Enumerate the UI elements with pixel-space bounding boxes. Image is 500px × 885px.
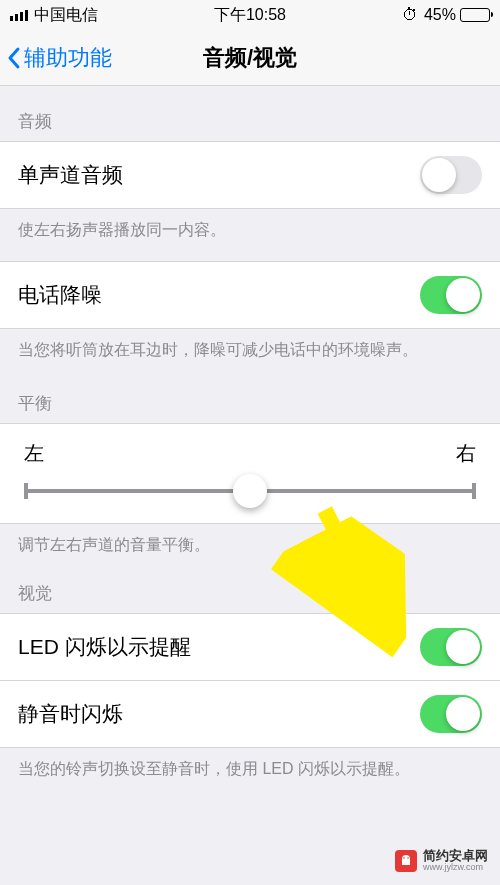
clock: 下午10:58 <box>98 5 402 26</box>
nav-bar: 辅助功能 音频/视觉 <box>0 30 500 86</box>
carrier-label: 中国电信 <box>34 5 98 26</box>
balance-row: 左 右 <box>0 423 500 524</box>
silent-flash-row: 静音时闪烁 <box>0 681 500 748</box>
led-flash-toggle[interactable] <box>420 628 482 666</box>
svg-point-1 <box>403 857 405 859</box>
watermark-name: 简约安卓网 <box>423 849 488 863</box>
battery-icon <box>460 8 490 22</box>
balance-footer: 调节左右声道的音量平衡。 <box>0 524 500 576</box>
section-header-audio: 音频 <box>0 86 500 141</box>
noise-cancel-label: 电话降噪 <box>18 281 102 309</box>
status-bar: 中国电信 下午10:58 ⏱ 45% <box>0 0 500 30</box>
signal-icon <box>10 10 28 21</box>
balance-right-label: 右 <box>456 440 476 467</box>
mono-audio-toggle[interactable] <box>420 156 482 194</box>
watermark: 简约安卓网 www.jylzw.com <box>395 849 488 873</box>
mono-audio-row: 单声道音频 <box>0 141 500 209</box>
section-header-visual: 视觉 <box>0 576 500 613</box>
alarm-icon: ⏱ <box>402 6 418 24</box>
led-flash-row: LED 闪烁以示提醒 <box>0 613 500 681</box>
chevron-left-icon <box>6 46 22 70</box>
balance-slider[interactable] <box>24 489 476 493</box>
watermark-icon <box>395 850 417 872</box>
mono-audio-footer: 使左右扬声器播放同一内容。 <box>0 209 500 261</box>
balance-left-label: 左 <box>24 440 44 467</box>
mono-audio-label: 单声道音频 <box>18 161 123 189</box>
visual-footer: 当您的铃声切换设至静音时，使用 LED 闪烁以示提醒。 <box>0 748 500 800</box>
silent-flash-toggle[interactable] <box>420 695 482 733</box>
watermark-url: www.jylzw.com <box>423 863 488 873</box>
section-header-balance: 平衡 <box>0 382 500 423</box>
back-label: 辅助功能 <box>24 43 112 73</box>
slider-thumb[interactable] <box>233 474 267 508</box>
battery-percent: 45% <box>424 6 456 24</box>
noise-cancel-footer: 当您将听筒放在耳边时，降噪可减少电话中的环境噪声。 <box>0 329 500 381</box>
silent-flash-label: 静音时闪烁 <box>18 700 123 728</box>
noise-cancel-toggle[interactable] <box>420 276 482 314</box>
svg-point-2 <box>407 857 409 859</box>
back-button[interactable]: 辅助功能 <box>0 43 112 73</box>
noise-cancel-row: 电话降噪 <box>0 261 500 329</box>
led-flash-label: LED 闪烁以示提醒 <box>18 633 191 661</box>
